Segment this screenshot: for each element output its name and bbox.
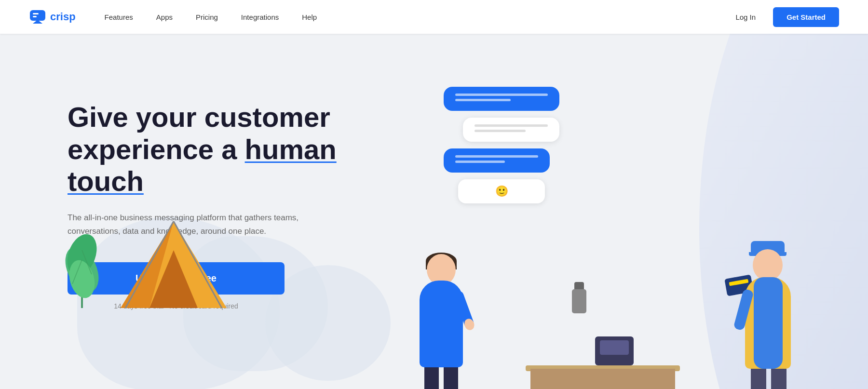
customer-figure <box>745 277 791 369</box>
crisp-logo-icon <box>29 9 46 25</box>
counter-desk-front <box>530 369 675 389</box>
person2-leg-right <box>771 369 787 389</box>
lantern <box>572 282 586 313</box>
person2-leg-left <box>751 369 766 389</box>
illustration-scene <box>405 130 800 389</box>
person2-shirt <box>754 277 783 369</box>
lantern-top <box>574 282 584 289</box>
logo[interactable]: crisp <box>29 9 76 25</box>
hero-headline-line2: experience a human touch <box>68 134 337 197</box>
person2-arm <box>733 289 754 331</box>
person1-leg-right <box>444 367 458 389</box>
login-button[interactable]: Log In <box>728 9 763 25</box>
logo-text: crisp <box>50 11 76 23</box>
person1-leg-left <box>424 367 439 389</box>
tent-decoration <box>106 212 241 310</box>
person2-head <box>753 249 783 281</box>
nav-links: Features Apps Pricing Integrations Help <box>105 13 728 21</box>
nav-actions: Log In Get Started <box>728 7 839 27</box>
chat-bubble-blue-1 <box>444 87 559 111</box>
lantern-body <box>572 289 586 313</box>
person2-body <box>745 277 791 369</box>
nav-pricing[interactable]: Pricing <box>196 13 218 21</box>
svg-rect-2 <box>33 16 37 17</box>
bubble-line <box>455 94 548 96</box>
person1-hand <box>463 317 476 331</box>
plant-decoration <box>58 212 106 310</box>
person1-arm <box>453 290 475 329</box>
hero-headline-line1: Give your customer <box>68 101 330 133</box>
service-rep-figure <box>420 281 463 367</box>
svg-rect-0 <box>30 10 45 21</box>
bubble-line <box>455 99 511 101</box>
nav-integrations[interactable]: Integrations <box>241 13 279 21</box>
hero-left-content: Give your customer experience a human to… <box>68 72 405 310</box>
person2-legs <box>751 369 787 389</box>
nav-help[interactable]: Help <box>302 13 317 21</box>
get-started-button[interactable]: Get Started <box>773 7 839 27</box>
hero-section: Give your customer experience a human to… <box>0 34 868 389</box>
person1-legs <box>424 367 458 389</box>
svg-rect-1 <box>33 13 39 14</box>
hero-headline: Give your customer experience a human to… <box>68 101 366 198</box>
person1-body <box>420 281 463 367</box>
navbar: crisp Features Apps Pricing Integrations… <box>0 0 868 34</box>
cash-register <box>595 336 634 365</box>
register-screen <box>600 340 629 355</box>
hero-headline-highlight: human touch <box>68 134 337 197</box>
hero-illustration: 🙂 <box>405 72 800 389</box>
nav-apps[interactable]: Apps <box>156 13 173 21</box>
nav-features[interactable]: Features <box>105 13 133 21</box>
bubble-line <box>475 124 548 127</box>
